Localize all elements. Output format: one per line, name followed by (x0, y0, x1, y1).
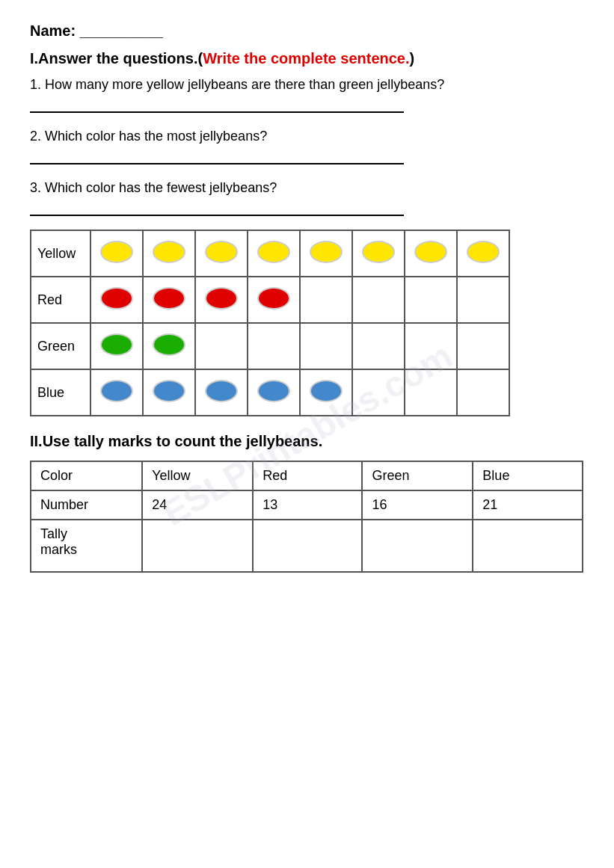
chart-cell (352, 369, 405, 416)
answer-line-2 (30, 151, 404, 164)
chart-cell (195, 323, 248, 369)
tally-header-2: Red (253, 461, 362, 490)
chart-cell (195, 230, 248, 277)
red-jellybean (100, 287, 133, 310)
chart-cell (248, 230, 300, 277)
chart-cell (90, 277, 143, 323)
chart-cell (300, 369, 352, 416)
tally-marks-cell-3 (473, 520, 583, 572)
chart-cell (300, 230, 352, 277)
chart-row-label: Yellow (31, 230, 90, 277)
chart-cell (143, 369, 195, 416)
chart-cell (457, 277, 509, 323)
chart-cell (457, 230, 509, 277)
tally-header-0: Color (31, 461, 142, 490)
jellybean-chart: YellowRedGreenBlue (30, 230, 510, 416)
yellow-jellybean (310, 241, 343, 263)
chart-row-label: Green (31, 323, 90, 369)
question-2: 2. Which color has the most jellybeans? (30, 126, 584, 147)
green-jellybean (100, 333, 133, 356)
name-label: Name: (30, 22, 76, 39)
chart-cell (143, 323, 195, 369)
chart-cell (195, 277, 248, 323)
chart-cell (300, 277, 352, 323)
blue-jellybean (257, 380, 290, 402)
chart-cell (352, 230, 405, 277)
yellow-jellybean (100, 241, 133, 263)
section1-title: I.Answer the questions.(Write the comple… (30, 50, 584, 67)
chart-cell (405, 277, 457, 323)
chart-cell (352, 277, 405, 323)
chart-row-label: Red (31, 277, 90, 323)
blue-jellybean (153, 380, 185, 402)
answer-line-3 (30, 203, 404, 216)
chart-cell (195, 369, 248, 416)
tally-table: ColorYellowRedGreenBlueNumber24131621Tal… (30, 461, 583, 573)
section1-title-end: ) (410, 50, 415, 67)
question-1: 1. How many more yellow jellybeans are t… (30, 75, 584, 95)
chart-cell (248, 369, 300, 416)
chart-cell (248, 323, 300, 369)
chart-cell (457, 323, 509, 369)
tally-marks-cell-2 (362, 520, 473, 572)
chart-cell (352, 323, 405, 369)
chart-cell (405, 323, 457, 369)
question-3: 3. Which color has the fewest jellybeans… (30, 178, 584, 198)
yellow-jellybean (362, 241, 395, 263)
tally-marks-cell-0 (142, 520, 253, 572)
section2-title: II.Use tally marks to count the jellybea… (30, 433, 584, 450)
tally-header-4: Blue (473, 461, 583, 490)
answer-line-1 (30, 99, 404, 113)
chart-row-label: Blue (31, 369, 90, 416)
yellow-jellybean (205, 241, 238, 263)
tally-header-1: Yellow (142, 461, 253, 490)
tally-number-label: Number (31, 490, 142, 520)
chart-cell (143, 277, 195, 323)
chart-cell (300, 323, 352, 369)
chart-cell (405, 230, 457, 277)
chart-cell (248, 277, 300, 323)
tally-marks-label: Tally marks (31, 520, 142, 572)
chart-cell (143, 230, 195, 277)
yellow-jellybean (257, 241, 290, 263)
chart-cell (90, 323, 143, 369)
yellow-jellybean (414, 241, 447, 263)
tally-number-3: 21 (473, 490, 583, 520)
name-underline: __________ (80, 22, 163, 39)
tally-number-1: 13 (253, 490, 362, 520)
blue-jellybean (205, 380, 238, 402)
chart-cell (405, 369, 457, 416)
tally-marks-cell-1 (253, 520, 362, 572)
tally-header-3: Green (362, 461, 473, 490)
blue-jellybean (100, 380, 133, 402)
blue-jellybean (310, 380, 343, 402)
name-line: Name: __________ (30, 22, 584, 40)
chart-cell (90, 369, 143, 416)
yellow-jellybean (467, 241, 500, 263)
tally-number-2: 16 (362, 490, 473, 520)
chart-cell (90, 230, 143, 277)
section1-title-black: I.Answer the questions.( (30, 50, 203, 67)
green-jellybean (153, 333, 185, 356)
red-jellybean (205, 287, 238, 310)
chart-cell (457, 369, 509, 416)
tally-number-0: 24 (142, 490, 253, 520)
yellow-jellybean (153, 241, 185, 263)
red-jellybean (257, 287, 290, 310)
red-jellybean (153, 287, 185, 310)
section1-title-red: Write the complete sentence. (203, 50, 409, 67)
